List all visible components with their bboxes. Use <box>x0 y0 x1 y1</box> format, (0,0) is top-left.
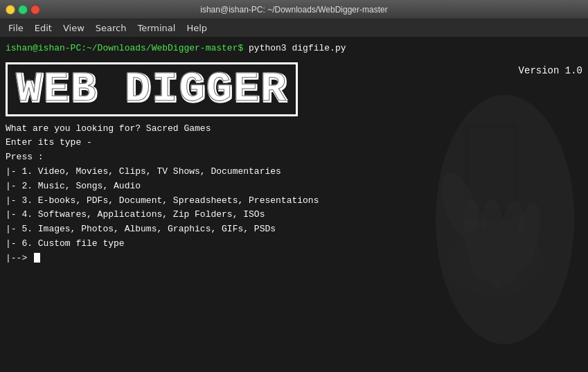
output-line-7: |- 4. Softwares, Applications, Zip Folde… <box>6 208 582 222</box>
menu-edit[interactable]: Edit <box>29 21 57 35</box>
title-bar: ishan@ishan-PC: ~/Downloads/WebDigger-ma… <box>0 0 588 19</box>
logo-container: WEB DIGGER Version 1.0 <box>6 62 582 116</box>
menu-file[interactable]: File <box>3 21 29 35</box>
output-line-6: |- 3. E-books, PDFs, Document, Spreadshe… <box>6 194 582 209</box>
window-title: ishan@ishan-PC: ~/Downloads/WebDigger-ma… <box>47 5 541 15</box>
terminal-window[interactable]: ishan@ishan-PC:~/Downloads/WebDigger-mas… <box>0 37 588 372</box>
output-line-4: |- 1. Video, Movies, Clips, TV Shows, Do… <box>6 165 582 179</box>
output-line-2: Enter its type - <box>6 136 582 150</box>
menu-bar: File Edit View Search Terminal Help <box>0 19 588 37</box>
window-controls[interactable] <box>6 5 47 15</box>
maximize-button[interactable] <box>18 5 28 15</box>
app-logo: WEB DIGGER <box>6 62 298 116</box>
menu-help[interactable]: Help <box>181 21 213 35</box>
output-line-10: |--> <box>6 251 582 266</box>
menu-search[interactable]: Search <box>90 21 132 35</box>
prompt-command: python3 digfile.py <box>243 43 346 53</box>
output-line-5: |- 2. Music, Songs, Audio <box>6 179 582 194</box>
prompt-user: ishan@ishan-PC:~/Downloads/WebDigger-mas… <box>6 43 243 53</box>
output-line-3: Press : <box>6 150 582 165</box>
close-button[interactable] <box>30 5 40 15</box>
version-label: Version 1.0 <box>519 65 582 76</box>
output-line-0: What are you looking for? Sacred Games <box>6 122 582 136</box>
menu-terminal[interactable]: Terminal <box>132 21 181 35</box>
menu-view[interactable]: View <box>57 21 90 35</box>
output-line-9: |- 6. Custom file type <box>6 237 582 251</box>
terminal-cursor <box>34 253 40 263</box>
minimize-button[interactable] <box>6 5 15 15</box>
output-line-8: |- 5. Images, Photos, Albums, Graphics, … <box>6 222 582 237</box>
prompt-line: ishan@ishan-PC:~/Downloads/WebDigger-mas… <box>6 42 582 55</box>
terminal-content: ishan@ishan-PC:~/Downloads/WebDigger-mas… <box>6 42 582 266</box>
